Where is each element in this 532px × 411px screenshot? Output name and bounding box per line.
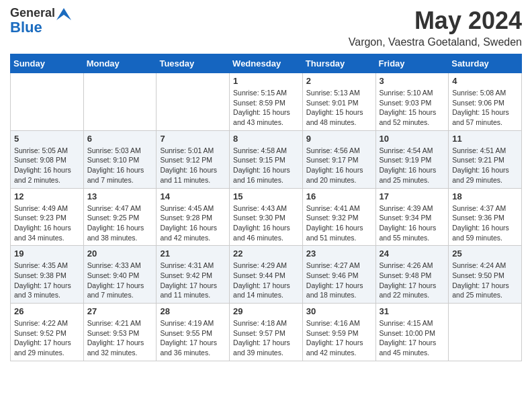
calendar-cell: 18Sunrise: 4:37 AMSunset: 9:36 PMDayligh… (449, 188, 522, 246)
day-number: 12 (14, 191, 80, 201)
header-day-friday: Friday (375, 54, 449, 73)
calendar-cell: 3Sunrise: 5:10 AMSunset: 9:03 PMDaylight… (375, 73, 449, 131)
calendar-body: 1Sunrise: 5:15 AMSunset: 8:59 PMDaylight… (11, 73, 522, 361)
week-row-2: 5Sunrise: 5:05 AMSunset: 9:08 PMDaylight… (11, 130, 522, 188)
day-number: 22 (233, 248, 299, 259)
day-info: Sunrise: 4:43 AMSunset: 9:30 PMDaylight:… (233, 203, 299, 243)
week-row-1: 1Sunrise: 5:15 AMSunset: 8:59 PMDaylight… (11, 73, 522, 131)
day-number: 27 (87, 306, 153, 316)
day-number: 1 (233, 76, 299, 86)
header-day-wednesday: Wednesday (230, 54, 303, 73)
week-row-3: 12Sunrise: 4:49 AMSunset: 9:23 PMDayligh… (11, 188, 522, 246)
day-number: 10 (380, 134, 445, 144)
header-day-saturday: Saturday (449, 54, 522, 73)
calendar-cell: 15Sunrise: 4:43 AMSunset: 9:30 PMDayligh… (230, 188, 303, 246)
day-info: Sunrise: 4:58 AMSunset: 9:15 PMDaylight:… (233, 146, 299, 185)
calendar-cell: 21Sunrise: 4:31 AMSunset: 9:42 PMDayligh… (157, 246, 230, 304)
logo-blue: Blue (10, 20, 55, 35)
day-number: 11 (452, 134, 518, 144)
calendar-cell: 17Sunrise: 4:39 AMSunset: 9:34 PMDayligh… (375, 188, 449, 246)
day-info: Sunrise: 4:54 AMSunset: 9:19 PMDaylight:… (380, 146, 445, 185)
calendar-cell: 16Sunrise: 4:41 AMSunset: 9:32 PMDayligh… (302, 188, 375, 246)
day-info: Sunrise: 4:31 AMSunset: 9:42 PMDaylight:… (160, 261, 226, 300)
calendar-cell: 11Sunrise: 4:51 AMSunset: 9:21 PMDayligh… (449, 130, 522, 188)
calendar-cell: 31Sunrise: 4:15 AMSunset: 10:00 PMDaylig… (375, 304, 449, 361)
day-number: 19 (14, 248, 80, 259)
day-number: 3 (380, 76, 445, 86)
week-row-4: 19Sunrise: 4:35 AMSunset: 9:38 PMDayligh… (11, 246, 522, 304)
calendar-header: SundayMondayTuesdayWednesdayThursdayFrid… (11, 54, 522, 73)
calendar-cell: 9Sunrise: 4:56 AMSunset: 9:17 PMDaylight… (302, 130, 375, 188)
header-row: SundayMondayTuesdayWednesdayThursdayFrid… (11, 54, 522, 73)
day-number: 31 (380, 306, 445, 316)
day-number: 7 (160, 134, 226, 144)
calendar-cell: 26Sunrise: 4:22 AMSunset: 9:52 PMDayligh… (11, 304, 84, 361)
day-info: Sunrise: 4:22 AMSunset: 9:52 PMDaylight:… (14, 318, 80, 358)
day-info: Sunrise: 4:41 AMSunset: 9:32 PMDaylight:… (306, 203, 372, 243)
day-info: Sunrise: 5:01 AMSunset: 9:12 PMDaylight:… (160, 146, 226, 185)
title-block: May 2024 Vargon, Vaestra Goetaland, Swed… (349, 7, 522, 48)
day-number: 9 (306, 134, 372, 144)
day-info: Sunrise: 5:08 AMSunset: 9:06 PMDaylight:… (452, 88, 518, 128)
day-number: 26 (14, 306, 80, 316)
svg-marker-0 (56, 8, 71, 20)
calendar-cell: 20Sunrise: 4:33 AMSunset: 9:40 PMDayligh… (83, 246, 157, 304)
header-day-sunday: Sunday (11, 54, 84, 73)
calendar-cell: 5Sunrise: 5:05 AMSunset: 9:08 PMDaylight… (11, 130, 84, 188)
logo-text: General Blue (10, 7, 55, 35)
calendar-cell (449, 304, 522, 361)
day-info: Sunrise: 5:15 AMSunset: 8:59 PMDaylight:… (233, 88, 299, 128)
day-number: 21 (160, 248, 226, 259)
calendar-cell: 8Sunrise: 4:58 AMSunset: 9:15 PMDaylight… (230, 130, 303, 188)
logo-general: General (10, 7, 55, 20)
page-header: General Blue May 2024 Vargon, Vaestra Go… (10, 7, 522, 48)
day-number: 17 (380, 191, 445, 201)
day-info: Sunrise: 4:24 AMSunset: 9:50 PMDaylight:… (452, 261, 518, 300)
day-info: Sunrise: 5:10 AMSunset: 9:03 PMDaylight:… (380, 88, 445, 128)
calendar-cell: 22Sunrise: 4:29 AMSunset: 9:44 PMDayligh… (230, 246, 303, 304)
day-number: 13 (87, 191, 153, 201)
day-number: 24 (380, 248, 445, 259)
day-info: Sunrise: 4:16 AMSunset: 9:59 PMDaylight:… (306, 318, 372, 358)
day-number: 30 (306, 306, 372, 316)
calendar-cell: 29Sunrise: 4:18 AMSunset: 9:57 PMDayligh… (230, 304, 303, 361)
calendar-cell: 7Sunrise: 5:01 AMSunset: 9:12 PMDaylight… (157, 130, 230, 188)
day-number: 29 (233, 306, 299, 316)
logo: General Blue (10, 7, 71, 35)
day-info: Sunrise: 4:51 AMSunset: 9:21 PMDaylight:… (452, 146, 518, 185)
calendar-cell: 19Sunrise: 4:35 AMSunset: 9:38 PMDayligh… (11, 246, 84, 304)
day-info: Sunrise: 4:27 AMSunset: 9:46 PMDaylight:… (306, 261, 372, 300)
day-info: Sunrise: 4:33 AMSunset: 9:40 PMDaylight:… (87, 261, 153, 300)
calendar-cell: 14Sunrise: 4:45 AMSunset: 9:28 PMDayligh… (157, 188, 230, 246)
calendar-cell: 12Sunrise: 4:49 AMSunset: 9:23 PMDayligh… (11, 188, 84, 246)
day-info: Sunrise: 5:05 AMSunset: 9:08 PMDaylight:… (14, 146, 80, 185)
calendar-cell: 10Sunrise: 4:54 AMSunset: 9:19 PMDayligh… (375, 130, 449, 188)
header-day-tuesday: Tuesday (157, 54, 230, 73)
day-info: Sunrise: 4:19 AMSunset: 9:55 PMDaylight:… (160, 318, 226, 358)
month-title: May 2024 (349, 7, 522, 35)
day-number: 6 (87, 134, 153, 144)
day-number: 16 (306, 191, 372, 201)
calendar-cell: 13Sunrise: 4:47 AMSunset: 9:25 PMDayligh… (83, 188, 157, 246)
week-row-5: 26Sunrise: 4:22 AMSunset: 9:52 PMDayligh… (11, 304, 522, 361)
day-info: Sunrise: 4:26 AMSunset: 9:48 PMDaylight:… (380, 261, 445, 300)
day-info: Sunrise: 5:03 AMSunset: 9:10 PMDaylight:… (87, 146, 153, 185)
calendar-cell: 6Sunrise: 5:03 AMSunset: 9:10 PMDaylight… (83, 130, 157, 188)
day-number: 28 (160, 306, 226, 316)
calendar-cell: 1Sunrise: 5:15 AMSunset: 8:59 PMDaylight… (230, 73, 303, 131)
day-info: Sunrise: 4:56 AMSunset: 9:17 PMDaylight:… (306, 146, 372, 185)
day-number: 8 (233, 134, 299, 144)
day-number: 18 (452, 191, 518, 201)
calendar-cell (157, 73, 230, 131)
day-info: Sunrise: 4:49 AMSunset: 9:23 PMDaylight:… (14, 203, 80, 243)
header-day-monday: Monday (83, 54, 157, 73)
calendar-cell (11, 73, 84, 131)
day-number: 15 (233, 191, 299, 201)
calendar-cell: 24Sunrise: 4:26 AMSunset: 9:48 PMDayligh… (375, 246, 449, 304)
day-info: Sunrise: 4:29 AMSunset: 9:44 PMDaylight:… (233, 261, 299, 300)
location-title: Vargon, Vaestra Goetaland, Sweden (349, 36, 522, 48)
day-number: 4 (452, 76, 518, 86)
calendar-cell: 28Sunrise: 4:19 AMSunset: 9:55 PMDayligh… (157, 304, 230, 361)
day-number: 14 (160, 191, 226, 201)
day-info: Sunrise: 5:13 AMSunset: 9:01 PMDaylight:… (306, 88, 372, 128)
